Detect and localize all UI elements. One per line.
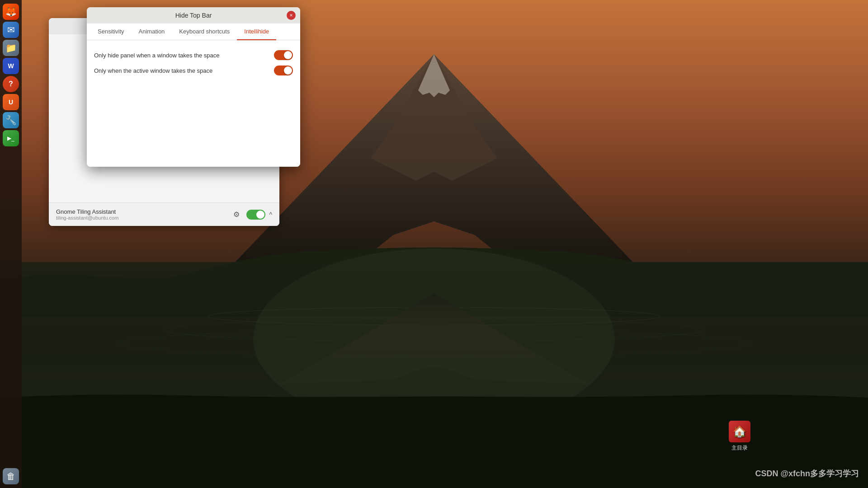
svg-point-5 <box>253 249 615 429</box>
dialog-content: Only hide panel when a window takes the … <box>87 40 300 167</box>
only-hide-panel-label: Only hide panel when a window takes the … <box>94 52 220 59</box>
terminal-icon[interactable]: ▶_ <box>3 130 19 146</box>
home-directory-icon[interactable]: 🏠 主目录 <box>729 421 750 452</box>
only-hide-panel-toggle[interactable] <box>274 50 293 60</box>
puzzle-icon[interactable]: 🔧 <box>3 112 19 128</box>
extension-row: Gnome Tiling Assistant tiling-assistant@… <box>49 202 279 226</box>
dialog-tabs: Sensitivity Animation Keyboard shortcuts… <box>87 23 300 40</box>
mail-icon[interactable]: ✉ <box>3 22 19 38</box>
dialog-title: Hide Top Bar <box>175 12 212 19</box>
dialog-close-button[interactable]: × <box>287 11 296 20</box>
tab-sensitivity[interactable]: Sensitivity <box>90 23 132 40</box>
writer-icon[interactable]: W <box>3 58 19 74</box>
home-directory-icon-img: 🏠 <box>729 421 750 442</box>
extension-controls: ⚙ ^ <box>230 208 272 221</box>
svg-point-9 <box>118 330 750 357</box>
svg-marker-2 <box>371 54 497 181</box>
files-icon[interactable]: 📁 <box>3 40 19 56</box>
home-directory-label: 主目录 <box>731 444 748 452</box>
trash-icon[interactable]: 🗑 <box>3 468 19 484</box>
tab-intellihide[interactable]: Intellihide <box>237 23 276 40</box>
extension-email: tiling-assistant@ubuntu.com <box>56 215 225 221</box>
chevron-up-icon[interactable]: ^ <box>269 211 272 218</box>
dialog-titlebar: Hide Top Bar × <box>87 7 300 23</box>
tab-keyboard-shortcuts[interactable]: Keyboard shortcuts <box>172 23 237 40</box>
help-icon[interactable]: ? <box>3 76 19 92</box>
tab-animation[interactable]: Animation <box>132 23 172 40</box>
extension-toggle[interactable] <box>246 210 265 220</box>
watermark: CSDN @xfchn多多学习学习 <box>755 468 859 479</box>
taskbar: 🦊 ✉ 📁 W ? U 🔧 ▶_ 🗑 <box>0 0 22 488</box>
extension-settings-button[interactable]: ⚙ <box>230 208 243 221</box>
ubuntu-software-icon[interactable]: U <box>3 94 19 110</box>
svg-point-7 <box>208 307 660 325</box>
firefox-icon[interactable]: 🦊 <box>3 4 19 20</box>
svg-marker-3 <box>418 54 450 97</box>
extension-info: Gnome Tiling Assistant tiling-assistant@… <box>56 208 225 221</box>
only-active-window-toggle[interactable] <box>274 66 293 75</box>
only-active-window-row: Only when the active window takes the sp… <box>94 63 293 78</box>
hide-top-bar-dialog: Hide Top Bar × Sensitivity Animation Key… <box>87 7 300 167</box>
svg-marker-6 <box>280 294 588 384</box>
only-active-window-label: Only when the active window takes the sp… <box>94 67 212 74</box>
svg-rect-4 <box>0 262 868 488</box>
svg-point-8 <box>163 319 705 341</box>
only-hide-panel-row: Only hide panel when a window takes the … <box>94 47 293 63</box>
desktop: 🦊 ✉ 📁 W ? U 🔧 ▶_ 🗑 × Gnome Tiling Assist… <box>0 0 868 488</box>
extension-name: Gnome Tiling Assistant <box>56 208 225 215</box>
